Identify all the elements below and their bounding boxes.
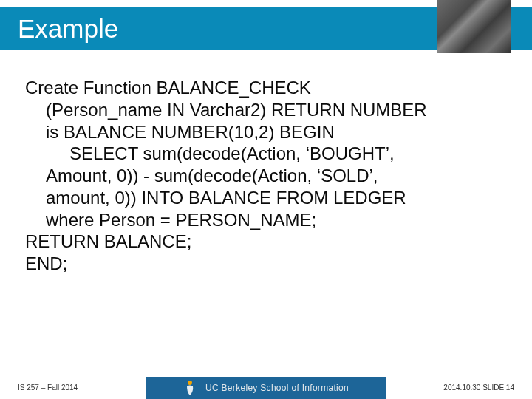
footer-course: IS 257 – Fall 2014 [18, 383, 78, 392]
slide-body: Create Function BALANCE_CHECK (Person_na… [0, 58, 532, 275]
code-line: amount, 0)) INTO BALANCE FROM LEDGER [25, 187, 507, 209]
code-line: Create Function BALANCE_CHECK [25, 77, 507, 99]
slide-footer: IS 257 – Fall 2014 UC Berkeley School of… [0, 374, 532, 399]
code-line: END; [25, 253, 507, 275]
code-line: where Person = PERSON_NAME; [25, 209, 507, 231]
code-line: is BALANCE NUMBER(10,2) BEGIN [25, 121, 507, 143]
footer-branding: UC Berkeley School of Information [146, 377, 386, 399]
ischool-logo-icon [183, 380, 200, 396]
code-line: Amount, 0)) - sum(decode(Action, ‘SOLD’, [25, 165, 507, 187]
code-line: SELECT sum(decode(Action, ‘BOUGHT’, [25, 143, 507, 165]
slide-title: Example [18, 14, 118, 44]
header-photo [437, 0, 511, 53]
code-line: RETURN BALANCE; [25, 231, 507, 253]
footer-school-name: UC Berkeley School of Information [205, 383, 349, 393]
footer-date-slide: 2014.10.30 SLIDE 14 [443, 383, 514, 392]
svg-point-0 [188, 381, 192, 385]
slide-header: Example [0, 0, 532, 58]
code-line: (Person_name IN Varchar2) RETURN NUMBER [25, 99, 507, 121]
